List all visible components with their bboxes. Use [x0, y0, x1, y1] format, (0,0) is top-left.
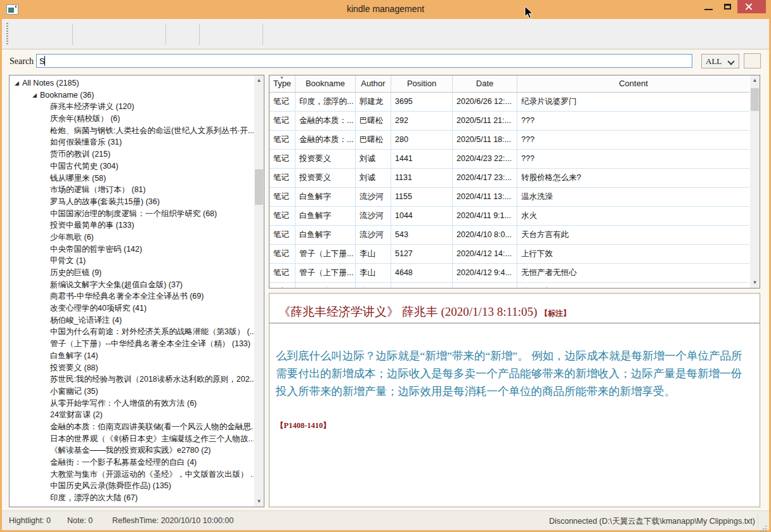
- toolbar-grip-icon[interactable]: [6, 23, 8, 46]
- cell-author: 巴曙松: [356, 131, 391, 149]
- tree-item-book[interactable]: 管子（上下册）--中华经典名著全本全注全译（精） (133): [10, 338, 254, 350]
- tree-item-book[interactable]: 白鱼解字 (14): [10, 350, 254, 362]
- cell-author: 流沙河: [356, 188, 391, 206]
- tree-item-bookname[interactable]: ◢Bookname (36): [10, 89, 254, 101]
- tree-item-book[interactable]: 日本的世界观（《剑桥日本史》主编凝练之作三个人物故...: [10, 433, 254, 445]
- table-row[interactable]: 笔记管子（上下册...李山46482020/4/12 9:4...无恒产者无恒心: [269, 264, 749, 283]
- tree-scrollbar-thumb[interactable]: [255, 169, 263, 205]
- table-scrollbar[interactable]: ▲ ▼: [750, 75, 760, 288]
- tree-item-book[interactable]: 中国古代简史 (304): [10, 160, 254, 172]
- maximize-button[interactable]: [719, 0, 737, 14]
- tree-item-book[interactable]: 少年凯歌 (6): [10, 231, 254, 243]
- table-row[interactable]: 笔记管子（上下册...李山51272020/4/12 14:...上行下效: [269, 245, 749, 264]
- column-header-author[interactable]: Author: [356, 75, 391, 92]
- tree-item-book[interactable]: 杨伯峻_论语译注 (4): [10, 315, 254, 327]
- tree-item-book[interactable]: 金融街：一个影子私募基金经理的自白 (4): [10, 457, 254, 469]
- scroll-up-icon[interactable]: ▲: [750, 75, 760, 86]
- cell-author: 李山: [356, 245, 391, 263]
- scroll-down-icon[interactable]: ▼: [750, 278, 760, 288]
- mouse-cursor-icon: [524, 6, 534, 22]
- cell-author: 李山: [356, 264, 391, 282]
- tree-item-book[interactable]: 中国国家治理的制度逻辑：一个组织学研究 (68): [10, 208, 254, 220]
- tree-item-book[interactable]: 甲骨文 (1): [10, 255, 254, 267]
- tree-item-book[interactable]: 金融的本质：伯南克四讲美联储(看一个风云人物的金融思...: [10, 421, 254, 433]
- tree-item-book[interactable]: 苏世民:我的经验与教训（2018读桥水达利欧的原则，202...: [10, 373, 254, 386]
- cell-type: 笔记: [269, 207, 295, 225]
- tree-item-book[interactable]: 市场的逻辑（增订本） (81): [10, 184, 254, 196]
- tree-item-book[interactable]: 中国历史风云录(陈舜臣作品) (135): [10, 480, 254, 492]
- table-row[interactable]: 笔记白鱼解字流沙河10442020/4/11 9:1...水火: [269, 207, 749, 226]
- note-detail-header: 《薛兆丰经济学讲义》 薛兆丰 (2020/1/13 8:11:05) 【标注】: [278, 304, 751, 320]
- tree-item-book[interactable]: 薛兆丰经济学讲义 (120): [10, 101, 254, 113]
- table-row[interactable]: 笔记金融的本质：...巴曙松2922020/5/11 21:...???: [269, 112, 749, 131]
- table-row[interactable]: 笔记金融的本质：...巴曙松2802020/5/11 18:...???: [269, 131, 749, 150]
- tree-item-book[interactable]: 商君书-中华经典名著全本全注全译丛书 (69): [10, 290, 254, 302]
- column-header-date[interactable]: Date: [453, 75, 517, 92]
- table-row[interactable]: 笔记管子（上下册...李山45772020/4/12 9:4...蒙君恩报: [269, 283, 749, 288]
- toolbar-separator: [165, 23, 166, 45]
- tree-item-book[interactable]: 货币的教训 (215): [10, 148, 254, 160]
- scroll-up-icon[interactable]: ▲: [254, 75, 264, 86]
- cell-type: 笔记: [269, 131, 295, 149]
- tree-item-book[interactable]: 印度，漂浮的次大陆 (67): [10, 492, 254, 504]
- tree-item-book[interactable]: 罗马人的故事(套装共15册) (36): [10, 196, 254, 208]
- title-bar[interactable]: kindle management: [0, 0, 771, 19]
- table-row[interactable]: 笔记印度，漂浮的...郭建龙36952020/6/26 12:...纪录片说婆罗…: [269, 93, 749, 112]
- cell-bookname: 白鱼解字: [295, 226, 356, 244]
- cell-type: 笔记: [269, 93, 295, 111]
- column-header-content[interactable]: Content: [517, 75, 749, 92]
- tree-item-book[interactable]: 投资要义 (88): [10, 362, 254, 374]
- scroll-down-icon[interactable]: ▼: [254, 496, 264, 507]
- cell-date: 2020/4/12 14:...: [453, 245, 517, 263]
- tree-item-book[interactable]: 中国为什么有前途：对外经济关系的战略潜能（第3版） (...: [10, 326, 254, 338]
- resize-grip-icon[interactable]: [765, 526, 767, 527]
- filter-dropdown[interactable]: ALL: [701, 54, 739, 68]
- tree-item-book[interactable]: 钱从哪里来 (58): [10, 172, 254, 185]
- tree-item-book[interactable]: 从零开始学写作：个人增值的有效方法 (6): [10, 398, 254, 410]
- table-row[interactable]: 笔记投资要义刘诚14412020/4/23 22:...???: [269, 150, 749, 169]
- tree-scrollbar[interactable]: ▲ ▼: [254, 75, 264, 507]
- cell-content: 蒙君恩报: [517, 283, 749, 288]
- tree-item-book[interactable]: 改变心理学的40项研究 (41): [10, 302, 254, 315]
- minimize-button[interactable]: [700, 0, 718, 14]
- cell-type: 笔记: [269, 112, 295, 130]
- tree-item-book[interactable]: 小窗幽记 (35): [10, 386, 254, 398]
- tree-item-all-notes[interactable]: ◢All Notes (2185): [10, 77, 254, 89]
- tree-item-book[interactable]: 投资中最简单的事 (133): [10, 219, 254, 231]
- table-row[interactable]: 笔记白鱼解字流沙河11552020/4/11 13:...温水洗澡: [269, 188, 749, 207]
- expander-icon[interactable]: ◢: [15, 77, 22, 89]
- tree-item-book[interactable]: 大教堂与集市（开源运动的《圣经》，中文版首次出版） ...: [10, 469, 254, 481]
- app-window: kindle management Search ALL ◢All Notes …: [0, 0, 771, 532]
- tree-item-book[interactable]: 24堂财富课 (2): [10, 409, 254, 421]
- tree-item-book[interactable]: 新编说文解字大全集(超值白金版) (37): [10, 279, 254, 291]
- close-button[interactable]: [737, 0, 766, 13]
- cell-date: 2020/4/23 22:...: [453, 150, 517, 168]
- expander-icon[interactable]: ◢: [32, 89, 40, 101]
- cell-bookname: 金融的本质：...: [295, 131, 356, 149]
- cell-author: 李山: [356, 283, 391, 288]
- tree-item-book[interactable]: 如何假装懂音乐 (31): [10, 136, 254, 148]
- tree-item-book[interactable]: 《解读基金——我的投资观和实践》e2780 (2): [10, 444, 254, 457]
- detail-separator: [269, 323, 760, 323]
- column-header-position[interactable]: Position: [391, 75, 453, 92]
- tree-item-book[interactable]: 中央帝国的哲学密码 (142): [10, 243, 254, 256]
- tree-item-book[interactable]: 历史的巨镜 (9): [10, 267, 254, 279]
- cell-position: 4577: [391, 283, 453, 288]
- chevron-down-icon: [727, 58, 734, 65]
- table-row[interactable]: 笔记投资要义刘诚11312020/4/17 23:...转股价格怎么来?: [269, 169, 749, 188]
- table-scrollbar-thumb[interactable]: [751, 88, 759, 111]
- tree-item-book[interactable]: 枪炮、病菌与钢铁:人类社会的命运(世纪人文系列丛书·开...: [10, 125, 254, 137]
- book-tree: ◢All Notes (2185) ◢Bookname (36) 薛兆丰经济学讲…: [10, 77, 254, 507]
- search-input[interactable]: [36, 54, 692, 68]
- tree-item-book[interactable]: 庆余年(精校版） (6): [10, 113, 254, 125]
- table-row[interactable]: 笔记白鱼解字流沙河5432020/4/10 8:0...天台方言有此: [269, 226, 749, 245]
- cell-bookname: 投资要义: [295, 150, 356, 168]
- column-header-bookname[interactable]: Bookname: [295, 75, 356, 92]
- status-connection: Disconnected (D:\天翼云盘下载\kmanapp\My Clipp…: [549, 516, 755, 527]
- search-button[interactable]: [744, 53, 761, 68]
- window-title: kindle management: [0, 4, 771, 14]
- status-separator: [758, 512, 758, 529]
- cell-author: 刘诚: [356, 169, 391, 187]
- maximize-icon: [724, 4, 731, 10]
- toolbar: [2, 20, 769, 49]
